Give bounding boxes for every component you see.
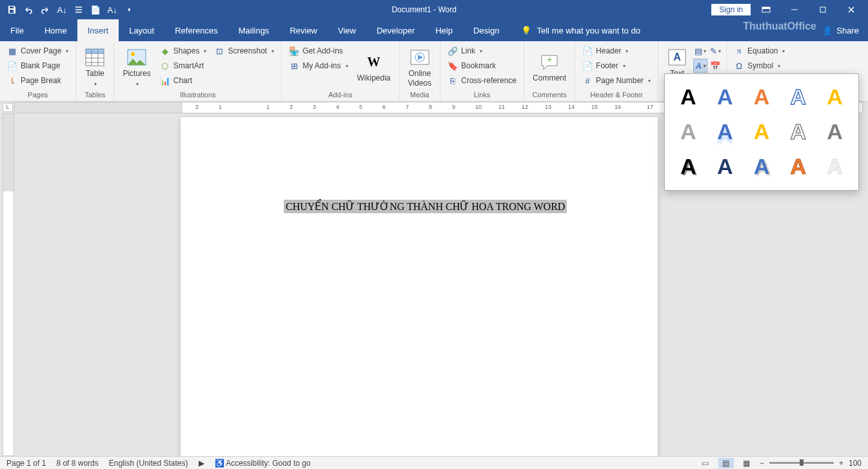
qat-icon-1[interactable]: A↓ [54, 2, 70, 17]
document-page[interactable]: CHUYỂN CHỮ THƯỜNG THÀNH CHỮ HOA TRONG WO… [181, 117, 658, 456]
status-macro-icon[interactable]: ▶ [199, 459, 204, 468]
store-icon: 🏪 [289, 46, 299, 56]
wordart-style-5[interactable]: A [818, 81, 852, 113]
group-media: Online Videos Media [400, 41, 440, 101]
tab-design[interactable]: Design [463, 19, 509, 41]
svg-point-6 [131, 52, 135, 56]
redo-icon[interactable] [37, 2, 53, 17]
wordart-style-12[interactable]: A [708, 150, 742, 182]
tab-layout[interactable]: Layout [119, 19, 164, 41]
tab-references[interactable]: References [164, 19, 228, 41]
equation-button[interactable]: πEquation▾ [731, 44, 788, 58]
cross-reference-button[interactable]: ⎘Cross-reference [444, 73, 520, 88]
page-break-button[interactable]: ⤹Page Break [4, 73, 72, 88]
wordart-button[interactable]: A▾ [693, 59, 707, 73]
sign-in-button[interactable]: Sign in [711, 4, 751, 15]
wordart-style-13[interactable]: A [745, 150, 779, 182]
close-icon[interactable] [838, 0, 864, 19]
shapes-button[interactable]: ◆Shapes▾ [157, 44, 210, 58]
undo-icon[interactable] [21, 2, 36, 17]
tab-help[interactable]: Help [425, 19, 463, 41]
symbol-button[interactable]: ΩSymbol▾ [731, 59, 788, 73]
qat-icon-3[interactable]: 📄 [88, 2, 103, 17]
share-button[interactable]: 👤 Share [822, 19, 868, 41]
wordart-style-2[interactable]: A [708, 81, 742, 113]
cover-page-button[interactable]: ▦Cover Page▾ [4, 44, 72, 58]
qat-more-icon[interactable]: ▾ [121, 2, 137, 17]
equation-icon: π [734, 46, 744, 56]
wordart-style-10[interactable]: A [818, 115, 852, 148]
my-addins-button[interactable]: ⊞My Add-ins▾ [286, 59, 351, 73]
quick-parts-button[interactable]: ▤▾ [693, 44, 707, 58]
view-print-layout-icon[interactable]: ▤ [718, 458, 734, 468]
status-words[interactable]: 8 of 8 words [56, 459, 98, 468]
smartart-button[interactable]: ⬡SmartArt [157, 59, 210, 73]
tab-insert[interactable]: Insert [77, 19, 119, 41]
zoom-slider[interactable] [769, 462, 834, 464]
link-button[interactable]: 🔗Link▾ [444, 44, 520, 58]
view-web-layout-icon[interactable]: ▦ [739, 458, 755, 468]
zoom-in-button[interactable]: + [839, 459, 843, 468]
online-videos-button[interactable]: Online Videos [404, 44, 436, 91]
page-break-icon: ⤹ [7, 75, 17, 86]
group-tables: Table▾ Tables [76, 41, 114, 101]
tab-file[interactable]: File [0, 19, 34, 41]
blank-page-icon: 📄 [7, 61, 17, 71]
ribbon-display-icon[interactable] [753, 0, 779, 19]
maximize-icon[interactable] [810, 0, 836, 19]
bookmark-button[interactable]: 🔖Bookmark [444, 59, 520, 73]
status-language[interactable]: English (United States) [109, 459, 188, 468]
wordart-style-15[interactable]: A [818, 150, 852, 182]
link-icon: 🔗 [448, 46, 458, 56]
pictures-button[interactable]: Pictures▾ [118, 44, 155, 91]
wikipedia-button[interactable]: W Wikipedia [353, 44, 395, 91]
date-time-button[interactable]: 📅 [708, 59, 722, 73]
get-addins-button[interactable]: 🏪Get Add-ins [286, 44, 351, 58]
comment-button[interactable]: + Comment [528, 44, 571, 91]
tab-developer[interactable]: Developer [366, 19, 425, 41]
zoom-level[interactable]: 100 [849, 459, 862, 468]
footer-button[interactable]: 📄Footer▾ [579, 59, 654, 73]
screenshot-button[interactable]: ⊡Screenshot▾ [211, 44, 277, 58]
qat-icon-2[interactable] [71, 2, 86, 17]
wordart-style-14[interactable]: A [781, 150, 815, 182]
zoom-out-button[interactable]: − [760, 459, 764, 468]
table-icon [84, 47, 105, 68]
wordart-style-11[interactable]: A [671, 150, 705, 182]
tab-home[interactable]: Home [34, 19, 77, 41]
wordart-style-8[interactable]: A [745, 115, 779, 148]
page-number-button[interactable]: #Page Number▾ [579, 73, 654, 88]
status-page[interactable]: Page 1 of 1 [6, 459, 46, 468]
video-icon [409, 47, 430, 68]
wordart-style-7[interactable]: A [708, 115, 742, 148]
vertical-ruler[interactable] [3, 113, 14, 456]
save-icon[interactable] [4, 2, 19, 17]
wordart-style-3[interactable]: A [745, 81, 779, 113]
blank-page-button[interactable]: 📄Blank Page [4, 59, 72, 73]
wordart-style-1[interactable]: A [671, 81, 705, 113]
chart-button[interactable]: 📊Chart [157, 73, 210, 88]
signature-line-button[interactable]: ✎▾ [708, 44, 722, 58]
chart-icon: 📊 [160, 75, 170, 86]
minimize-icon[interactable] [782, 0, 807, 19]
qat-icon-4[interactable]: A↓ [104, 2, 120, 17]
view-read-mode-icon[interactable]: ▭ [698, 458, 713, 468]
status-accessibility[interactable]: ♿ Accessibility: Good to go [215, 459, 311, 468]
svg-text:+: + [547, 54, 552, 64]
svg-rect-2 [820, 7, 825, 12]
tell-me-search[interactable]: 💡 Tell me what you want to do [509, 19, 640, 41]
svg-text:A: A [673, 52, 681, 62]
wordart-style-9[interactable]: A [781, 115, 815, 148]
wordart-style-4[interactable]: A [781, 81, 815, 113]
table-button[interactable]: Table▾ [80, 44, 110, 91]
tab-selector[interactable]: L [3, 103, 13, 112]
addins-icon: ⊞ [289, 61, 299, 71]
tab-view[interactable]: View [328, 19, 366, 41]
wordart-style-6[interactable]: A [671, 115, 705, 148]
header-button[interactable]: 📄Header▾ [579, 44, 654, 58]
document-selected-text[interactable]: CHUYỂN CHỮ THƯỜNG THÀNH CHỮ HOA TRONG WO… [284, 200, 567, 213]
tab-mailings[interactable]: Mailings [228, 19, 280, 41]
tab-review[interactable]: Review [279, 19, 328, 41]
symbol-icon: Ω [734, 61, 744, 71]
comment-icon: + [539, 52, 560, 72]
